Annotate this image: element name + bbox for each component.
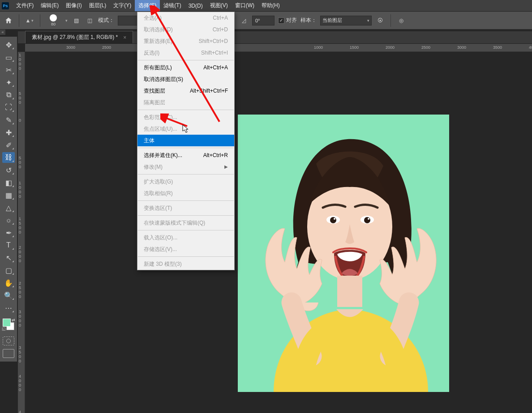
stamp-tool[interactable]: ⛓ (2, 152, 15, 163)
menu-item[interactable]: 所有图层(L)Alt+Ctrl+A (137, 62, 234, 73)
menu-item-label: 反选(I) (144, 49, 159, 57)
color-swatches[interactable]: ⇄◱ (2, 318, 15, 331)
healing-tool[interactable]: ✚ (2, 127, 15, 138)
stamp-tool-icon[interactable]: ▲▾ (25, 16, 34, 26)
menu-item-label: 重新选择(E) (144, 37, 172, 45)
document-tab-title: 素材.jpg @ 27.8% (图层 1, RGB/8) * (32, 34, 118, 41)
zoom-tool[interactable]: 🔍 (2, 290, 15, 301)
brush-settings-button[interactable]: ◫ (85, 16, 94, 26)
menu-item: 变换选区(T) (137, 202, 234, 214)
type-tool[interactable]: T (2, 240, 15, 251)
lasso-tool[interactable]: ✂ (2, 64, 15, 75)
menu-item[interactable]: 选择并遮住(K)...Alt+Ctrl+R (137, 149, 234, 161)
app-logo: Ps (2, 2, 9, 9)
quick-mask-button[interactable] (3, 336, 14, 345)
menu-help[interactable]: 帮助(H) (258, 0, 283, 11)
menu-item: 载入选区(O)... (137, 232, 234, 243)
pressure-button[interactable]: ◎ (396, 16, 406, 26)
canvas-viewport[interactable] (25, 52, 532, 413)
move-tool[interactable]: ✥ (2, 39, 15, 50)
default-colors-icon[interactable]: ◱ (2, 327, 6, 331)
menu-separator (138, 215, 234, 216)
menu-3d[interactable]: 3D(D) (185, 1, 206, 11)
dodge-tool[interactable]: ☼ (2, 215, 15, 226)
menu-separator (138, 256, 234, 257)
menu-item: 焦点区域(U)... (137, 123, 234, 135)
eyedropper-tool[interactable]: ✎ (2, 115, 15, 125)
ruler-tick: 5 (19, 221, 21, 226)
ignore-adjustment-button[interactable]: ⦿ (375, 16, 385, 26)
blur-tool[interactable]: △ (2, 202, 15, 213)
menu-item-label: 选择并遮住(K)... (144, 151, 182, 159)
ruler-tick: 1 (19, 53, 21, 57)
menu-item-shortcut: Shift+Ctrl+D (199, 37, 228, 45)
brush-tool[interactable]: ✐ (2, 140, 15, 150)
pen-tool[interactable]: ✒ (2, 227, 15, 238)
swap-colors-icon[interactable]: ⇄ (12, 318, 15, 322)
history-brush-tool[interactable]: ↺ (2, 165, 15, 175)
menu-item-shortcut: Ctrl+A (213, 14, 228, 22)
ruler-horizontal[interactable]: 3000250020001500100010001500200025003000… (25, 44, 532, 52)
angle-input[interactable]: 0° (252, 16, 275, 26)
eraser-tool[interactable]: ◧ (2, 177, 15, 188)
canvas-illustration (238, 115, 449, 392)
ruler-tick: 0 (19, 387, 21, 392)
options-bar: ▲▾ 80 ▾ ▧ ◫ 模式： ▾ ◔ 流量： 100%▾ ✈ ◿ 0° 对齐 … (0, 12, 532, 30)
brush-panel-button[interactable]: ▧ (71, 16, 81, 26)
ruler-tick: 0 (19, 185, 21, 190)
ruler-tick: 0 (19, 57, 21, 62)
menu-item: 取消选择(D)Ctrl+D (137, 24, 234, 35)
menu-item-shortcut: Alt+Shift+Ctrl+F (190, 87, 228, 95)
ruler-tick: 0 (19, 100, 21, 105)
menu-item-label: 隔离图层 (144, 98, 165, 106)
ruler-tick: 0 (19, 319, 21, 323)
marquee-tool[interactable]: ▭ (2, 52, 15, 63)
menu-edit[interactable]: 编辑(E) (37, 0, 62, 11)
menu-window[interactable]: 窗口(W) (232, 0, 258, 11)
menu-item[interactable]: 查找图层Alt+Shift+Ctrl+F (137, 85, 234, 97)
menu-item[interactable]: 主体 (137, 135, 234, 146)
menu-file[interactable]: 文件(F) (13, 0, 37, 11)
screen-mode-button[interactable] (3, 349, 14, 358)
menu-item: 在快速蒙版模式下编辑(Q) (137, 217, 234, 229)
edit-toolbar[interactable]: ⋯ (2, 302, 15, 313)
ruler-vertical[interactable]: 1000500050010001500200025003000350040004… (18, 52, 25, 413)
home-button[interactable] (4, 16, 13, 26)
sample-select[interactable]: 当前图层▾ (320, 16, 372, 26)
menu-item[interactable]: 取消选择图层(S) (137, 73, 234, 85)
menu-view[interactable]: 视图(V) (206, 0, 232, 11)
crop-tool[interactable]: ⧉ (2, 89, 15, 100)
menu-item-label: 载入选区(O)... (144, 234, 177, 242)
document-tab[interactable]: 素材.jpg @ 27.8% (图层 1, RGB/8) * × (25, 31, 133, 43)
collapse-panels-button[interactable]: « (0, 30, 5, 35)
fg-color-swatch[interactable] (3, 319, 11, 327)
menu-layer[interactable]: 图层(L) (86, 0, 110, 11)
gradient-tool[interactable]: ▦ (2, 190, 15, 200)
menu-item-label: 查找图层 (144, 87, 165, 95)
aligned-checkbox[interactable]: 对齐 (278, 17, 297, 24)
close-tab-button[interactable]: × (123, 34, 126, 41)
frame-tool[interactable]: ⛶ (2, 102, 15, 113)
menu-item: 色彩范围(C)... (137, 111, 234, 123)
menu-item: 反选(I)Shift+Ctrl+I (137, 47, 234, 59)
quick-select-tool[interactable]: ✦ (2, 77, 15, 88)
path-select-tool[interactable]: ↖ (2, 252, 15, 263)
ruler-tick: 4000 (529, 45, 532, 50)
chevron-down-icon[interactable]: ▾ (65, 18, 68, 23)
menu-filter[interactable]: 滤镜(T) (160, 0, 184, 11)
ruler-tick: 3000 (457, 45, 466, 50)
hand-tool[interactable]: ✋ (2, 277, 15, 288)
rectangle-tool[interactable]: ▢ (2, 265, 15, 276)
ruler-tick: 1 (19, 217, 21, 221)
brush-preset-picker[interactable]: 80 (46, 13, 61, 28)
ruler-tick: 4 (19, 410, 21, 413)
menu-select[interactable]: 选择(S) (135, 0, 160, 11)
menu-separator (138, 60, 234, 60)
ruler-tick: 0 (19, 359, 21, 363)
menu-item-label: 在快速蒙版模式下编辑(Q) (144, 219, 205, 227)
menu-item-label: 全选(A) (144, 14, 162, 22)
separator (40, 14, 40, 27)
menu-type[interactable]: 文字(Y) (110, 0, 135, 11)
ruler-tick: 0 (19, 294, 21, 299)
menu-image[interactable]: 图像(I) (62, 0, 85, 11)
